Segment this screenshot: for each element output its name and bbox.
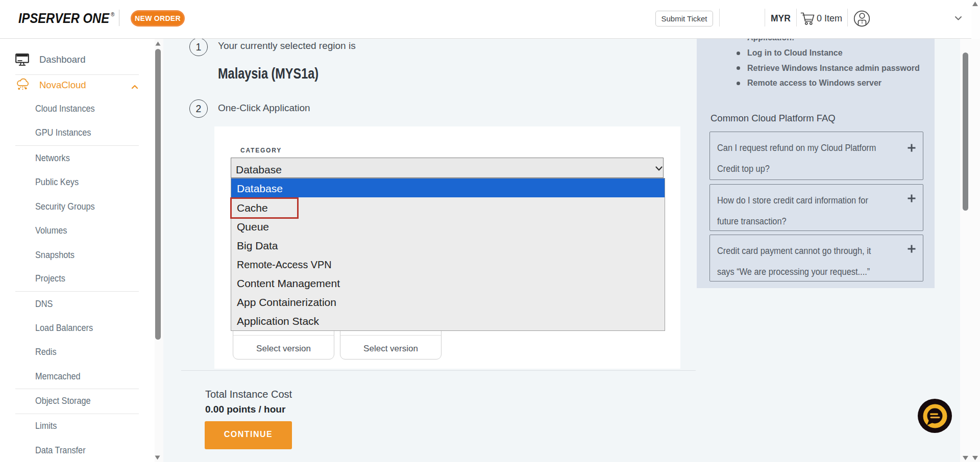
svg-text:®: ®: [111, 12, 115, 17]
svg-text:IPSERVER ONE: IPSERVER ONE: [18, 11, 110, 26]
